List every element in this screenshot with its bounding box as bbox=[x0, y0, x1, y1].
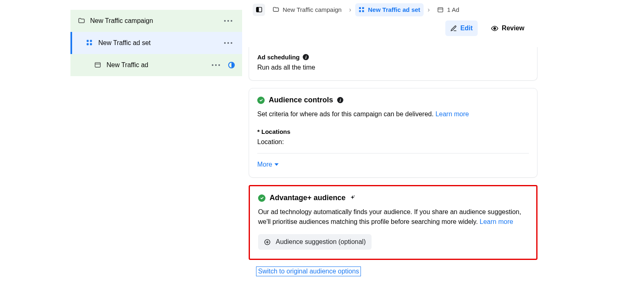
audience-suggestion-label: Audience suggestion (optional) bbox=[276, 238, 366, 246]
audience-controls-card: Audience controls i Set criteria for whe… bbox=[249, 88, 537, 178]
breadcrumb-campaign-label: New Traffic campaign bbox=[283, 6, 342, 13]
check-icon bbox=[257, 97, 265, 104]
edit-button[interactable]: Edit bbox=[445, 20, 478, 36]
advantage-audience-card: Advantage+ audience Our ad technology au… bbox=[249, 185, 537, 260]
edit-button-label: Edit bbox=[460, 25, 473, 32]
locations-value: Location: bbox=[257, 138, 529, 146]
svg-marker-15 bbox=[274, 163, 279, 166]
ad-icon bbox=[94, 61, 102, 69]
action-row: Edit Review bbox=[249, 19, 537, 37]
more-toggle[interactable]: More bbox=[257, 161, 279, 168]
svg-rect-0 bbox=[87, 40, 89, 42]
learn-more-link[interactable]: Learn more bbox=[480, 218, 513, 225]
audience-controls-description: Set criteria for where ads for this camp… bbox=[257, 109, 529, 119]
learn-more-link[interactable]: Learn more bbox=[435, 111, 469, 117]
tree-actions-campaign[interactable] bbox=[222, 18, 235, 24]
tree-label-ad: New Traffic ad bbox=[102, 61, 209, 69]
breadcrumb-bar: New Traffic campaign › New Traffic ad se… bbox=[249, 0, 537, 19]
audience-suggestion-button[interactable]: Audience suggestion (optional) bbox=[258, 234, 372, 250]
advantage-heading: Advantage+ audience bbox=[258, 194, 355, 202]
status-indicator-icon bbox=[228, 62, 235, 68]
tree-row-adset[interactable]: New Traffic ad set bbox=[70, 32, 242, 54]
svg-rect-9 bbox=[362, 7, 364, 9]
breadcrumb-ad-label: 1 Ad bbox=[447, 6, 459, 13]
check-icon bbox=[258, 194, 265, 202]
tree-label-adset: New Traffic ad set bbox=[93, 39, 222, 47]
campaign-tree: New Traffic campaign New Traffic ad set … bbox=[70, 10, 242, 76]
review-button[interactable]: Review bbox=[486, 20, 529, 36]
breadcrumb-campaign[interactable]: New Traffic campaign bbox=[269, 3, 345, 16]
locations-label: * Locations bbox=[257, 128, 290, 135]
info-icon[interactable]: i bbox=[303, 54, 309, 60]
tree-row-ad[interactable]: New Traffic ad bbox=[70, 54, 242, 76]
info-icon[interactable]: i bbox=[337, 97, 343, 103]
svg-rect-8 bbox=[359, 7, 361, 9]
scheduling-value: Run ads all the time bbox=[257, 64, 529, 71]
scheduling-heading: Ad scheduling i bbox=[257, 54, 309, 61]
tree-label-campaign: New Traffic campaign bbox=[85, 17, 222, 25]
chevron-icon: › bbox=[349, 6, 351, 14]
breadcrumb-ad[interactable]: 1 Ad bbox=[434, 3, 463, 16]
scheduling-card: Ad scheduling i Run ads all the time bbox=[249, 47, 537, 81]
svg-point-16 bbox=[354, 196, 354, 196]
folder-icon bbox=[78, 17, 85, 25]
svg-rect-3 bbox=[90, 43, 92, 45]
breadcrumb-adset[interactable]: New Traffic ad set bbox=[355, 3, 424, 16]
sparkle-icon bbox=[350, 195, 355, 201]
svg-rect-2 bbox=[87, 43, 89, 45]
chevron-icon: › bbox=[428, 6, 430, 14]
advantage-description: Our ad technology automatically finds yo… bbox=[258, 207, 528, 227]
svg-rect-4 bbox=[95, 63, 100, 67]
breadcrumb-adset-label: New Traffic ad set bbox=[368, 6, 420, 13]
toggle-side-panel-button[interactable] bbox=[253, 4, 265, 16]
svg-rect-1 bbox=[90, 40, 92, 42]
svg-rect-11 bbox=[362, 10, 364, 12]
tree-actions-ad[interactable] bbox=[209, 62, 222, 68]
audience-controls-heading: Audience controls i bbox=[257, 96, 343, 104]
review-button-label: Review bbox=[502, 25, 524, 32]
tree-actions-adset[interactable] bbox=[222, 40, 235, 46]
svg-rect-10 bbox=[359, 10, 361, 12]
switch-audience-options-link[interactable]: Switch to original audience options bbox=[256, 266, 361, 276]
svg-rect-12 bbox=[438, 7, 443, 12]
svg-point-14 bbox=[494, 27, 496, 29]
grid-icon bbox=[86, 39, 93, 47]
svg-rect-7 bbox=[256, 7, 259, 12]
tree-row-campaign[interactable]: New Traffic campaign bbox=[70, 10, 242, 32]
editor-panel: New Traffic campaign › New Traffic ad se… bbox=[249, 0, 537, 276]
